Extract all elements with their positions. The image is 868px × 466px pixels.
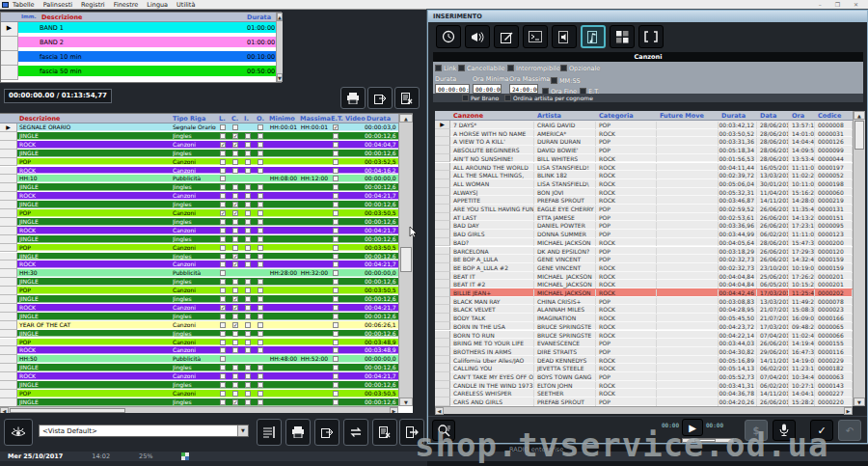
playlist-row[interactable]: HH:50PubblicitàHH:48:00HH:52:0000:00:00,…	[0, 355, 398, 364]
row-selector[interactable]	[0, 209, 17, 218]
song-row[interactable]: BEAT IT #2MICHAEL_JACKSONROCK00:04:04,84…	[435, 280, 853, 288]
row-selector[interactable]	[0, 355, 17, 364]
l-checkbox[interactable]: ✓	[220, 305, 226, 311]
i-checkbox[interactable]	[245, 322, 251, 328]
row-selector[interactable]	[1, 51, 18, 66]
l-checkbox[interactable]	[220, 228, 226, 233]
c-checkbox[interactable]	[232, 340, 238, 345]
playlist-row[interactable]: ROCKCanzoni✓✓00:04:04,71	[0, 141, 398, 150]
row-selector[interactable]	[435, 372, 450, 381]
i-checkbox[interactable]	[245, 261, 251, 267]
row-selector[interactable]	[435, 213, 450, 222]
l-checkbox[interactable]	[220, 133, 226, 139]
row-selector[interactable]	[1, 66, 18, 80]
et-checkbox[interactable]	[333, 236, 339, 242]
bands-scrollbar[interactable]: ▲ ▼	[276, 13, 283, 82]
et-checkbox[interactable]	[333, 202, 339, 207]
i-checkbox[interactable]	[245, 245, 251, 251]
o-checkbox[interactable]	[258, 124, 263, 130]
song-row[interactable]: ALWAYS|BON JOVIROCK00:05:32,3111/04/2016…	[435, 188, 853, 197]
o-checkbox[interactable]	[258, 193, 263, 199]
refresh-button[interactable]	[343, 419, 368, 446]
et-checkbox[interactable]	[333, 193, 339, 199]
scroll-thumb[interactable]	[10, 408, 125, 413]
et-checkbox[interactable]	[333, 391, 339, 397]
column-header[interactable]: Descrizione	[19, 115, 60, 123]
c-checkbox[interactable]	[232, 245, 238, 251]
o-checkbox[interactable]	[258, 159, 263, 165]
column-header[interactable]: Tipo Riga	[173, 115, 205, 123]
preview-button[interactable]	[4, 419, 33, 446]
row-selector[interactable]	[0, 201, 17, 209]
c-checkbox[interactable]	[232, 193, 238, 199]
et-checkbox[interactable]	[333, 168, 339, 174]
l-checkbox[interactable]	[220, 159, 226, 165]
playlist-vscrollbar[interactable]: ▲ ▼	[398, 114, 413, 406]
et-checkbox[interactable]	[333, 228, 339, 233]
o-checkbox[interactable]	[258, 314, 263, 319]
i-checkbox[interactable]	[245, 399, 251, 405]
playlist-row[interactable]: JINGLEJingles✓00:00:12,63	[0, 295, 398, 304]
row-selector[interactable]	[0, 321, 17, 330]
scroll-thumb[interactable]	[854, 121, 864, 150]
menu-finestre[interactable]: Finestre	[114, 1, 139, 9]
o-checkbox[interactable]	[258, 168, 263, 174]
song-row[interactable]: BAD DAYDANIEL POWTERPOP00:03:36,9626/06/…	[435, 221, 853, 230]
scroll-right-icon[interactable]: ▶	[390, 407, 398, 413]
ora-minima-input[interactable]	[473, 84, 502, 94]
playlist-row[interactable]: ROCKCanzoni✓00:04:21,75	[0, 260, 398, 269]
i-checkbox[interactable]	[245, 202, 251, 207]
i-checkbox[interactable]	[245, 382, 251, 388]
l-checkbox[interactable]	[220, 184, 226, 190]
playlist-row[interactable]: HH:30PubblicitàHH:28:00HH:32:0000:00:00,…	[0, 269, 398, 278]
row-selector[interactable]	[0, 304, 17, 313]
song-row[interactable]: BLACK VELVETALANNAH MILESROCK00:04:28,95…	[435, 305, 853, 314]
row-selector[interactable]	[0, 313, 17, 321]
c-checkbox[interactable]: ✓	[232, 261, 238, 267]
scroll-down-icon[interactable]: ▼	[277, 73, 283, 82]
o-checkbox[interactable]	[258, 399, 263, 405]
c-checkbox[interactable]	[232, 159, 238, 165]
song-row[interactable]: A HORSE WITH NO NAMEAMERICA*ROCK00:03:50…	[435, 129, 853, 138]
row-selector[interactable]	[1, 37, 18, 51]
et-checkbox[interactable]	[333, 365, 339, 370]
c-checkbox[interactable]: ✓	[232, 202, 238, 207]
row-selector[interactable]	[435, 163, 450, 172]
l-checkbox[interactable]	[220, 331, 226, 337]
column-header[interactable]: L.	[219, 115, 226, 123]
categories-tool-button[interactable]	[610, 25, 635, 48]
c-checkbox[interactable]: ✓	[232, 254, 238, 260]
songs-hscrollbar[interactable]: ◀ ▶	[435, 406, 853, 414]
i-checkbox[interactable]	[245, 288, 251, 293]
l-checkbox[interactable]	[220, 219, 226, 225]
row-selector[interactable]	[435, 381, 450, 390]
row-selector[interactable]	[435, 339, 450, 347]
o-checkbox[interactable]	[258, 142, 263, 148]
song-row[interactable]: AT LASTETTA JAMESEPOP00:02:53,6126/06/20…	[435, 213, 853, 222]
c-checkbox[interactable]	[232, 151, 238, 156]
row-selector[interactable]	[435, 154, 450, 163]
row-selector[interactable]	[435, 331, 450, 340]
c-checkbox[interactable]	[232, 331, 238, 337]
row-selector[interactable]	[435, 188, 450, 197]
playlist-row[interactable]: POPCanzoni✓✓00:03:50,55	[0, 209, 398, 218]
song-row[interactable]: A VIEW TO A KILL'DURAN DURANPOP00:03:31,…	[435, 137, 853, 146]
c-checkbox[interactable]	[232, 124, 238, 130]
o-checkbox[interactable]	[258, 219, 263, 225]
song-row[interactable]: ABSOLUTE BEGINNERSDAVID BOWIE'POP00:05:1…	[435, 146, 853, 154]
row-selector[interactable]	[435, 247, 450, 256]
i-checkbox[interactable]	[245, 365, 251, 370]
o-checkbox[interactable]	[258, 288, 263, 293]
menu-lingua[interactable]: Lingua	[147, 1, 168, 9]
playlist-row[interactable]: JINGLEJingles✓00:00:12,63	[0, 132, 398, 141]
playlist-row[interactable]: YEAR OF THE CATCanzoni✓00:06:26,15	[0, 321, 398, 330]
et-checkbox[interactable]	[333, 296, 339, 302]
et-checkbox[interactable]	[333, 305, 339, 311]
row-selector[interactable]: ▶	[0, 123, 17, 132]
l-checkbox[interactable]	[220, 347, 226, 353]
row-selector[interactable]	[0, 218, 17, 227]
column-header[interactable]: Ora	[792, 112, 804, 120]
row-selector[interactable]	[435, 314, 450, 322]
song-row[interactable]: BEAT ITMICHAEL_JACKSONROCK00:04:04,8425/…	[435, 272, 853, 281]
menu-registri[interactable]: Registri	[81, 1, 105, 9]
